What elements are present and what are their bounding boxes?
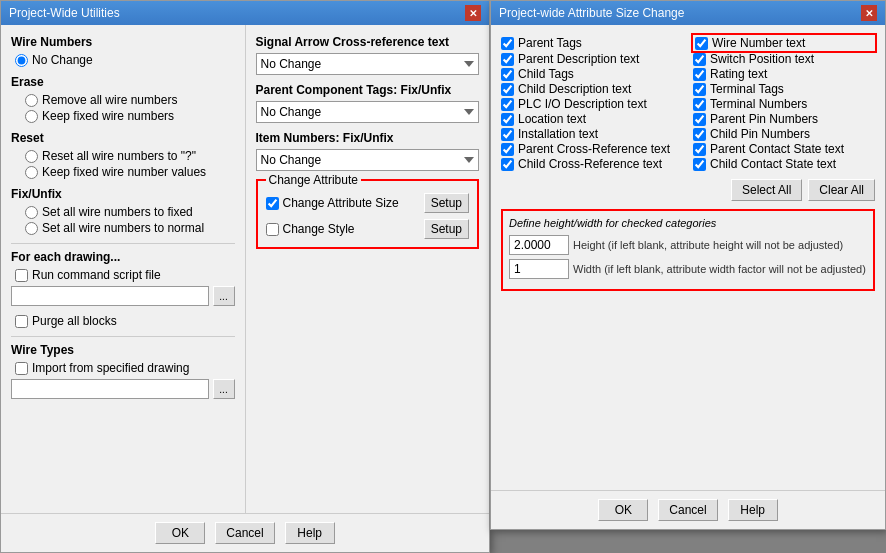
left-dialog-close-button[interactable]: ✕ bbox=[465, 5, 481, 21]
parent-tags-item: Parent Tags bbox=[501, 35, 683, 51]
child-desc-label: Child Description text bbox=[518, 82, 631, 96]
terminal-tags-item: Terminal Tags bbox=[693, 82, 875, 96]
change-style-label: Change Style bbox=[283, 222, 355, 236]
left-cancel-button[interactable]: Cancel bbox=[215, 522, 274, 544]
child-contact-item: Child Contact State text bbox=[693, 157, 875, 171]
terminal-numbers-item: Terminal Numbers bbox=[693, 97, 875, 111]
set-fixed-radio[interactable] bbox=[25, 206, 38, 219]
child-pin-label: Child Pin Numbers bbox=[710, 127, 810, 141]
import-drawing-label: Import from specified drawing bbox=[32, 361, 189, 375]
installation-label: Installation text bbox=[518, 127, 598, 141]
parent-contact-item: Parent Contact State text bbox=[693, 142, 875, 156]
no-change-radio[interactable] bbox=[15, 54, 28, 67]
right-help-button[interactable]: Help bbox=[728, 499, 778, 521]
right-ok-button[interactable]: OK bbox=[598, 499, 648, 521]
erase-label: Erase bbox=[11, 75, 235, 89]
parent-contact-label: Parent Contact State text bbox=[710, 142, 844, 156]
child-desc-checkbox[interactable] bbox=[501, 83, 514, 96]
width-row: Width (if left blank, attribute width fa… bbox=[509, 259, 867, 279]
clear-all-button[interactable]: Clear All bbox=[808, 179, 875, 201]
rating-label: Rating text bbox=[710, 67, 767, 81]
child-contact-checkbox[interactable] bbox=[693, 158, 706, 171]
parent-component-combo[interactable]: No Change bbox=[256, 101, 480, 123]
setup-style-button[interactable]: Setup bbox=[424, 219, 469, 239]
left-help-button[interactable]: Help bbox=[285, 522, 335, 544]
terminal-numbers-checkbox[interactable] bbox=[693, 98, 706, 111]
select-clear-row: Select All Clear All bbox=[501, 179, 875, 201]
left-ok-button[interactable]: OK bbox=[155, 522, 205, 544]
signal-arrow-combo[interactable]: No Change bbox=[256, 53, 480, 75]
parent-pin-checkbox[interactable] bbox=[693, 113, 706, 126]
hw-section-label: Define height/width for checked categori… bbox=[509, 217, 867, 229]
change-attribute-groupbox: Change Attribute Change Attribute Size S… bbox=[256, 179, 480, 249]
wire-number-checkbox[interactable] bbox=[695, 37, 708, 50]
parent-desc-checkbox[interactable] bbox=[501, 53, 514, 66]
run-script-checkbox[interactable] bbox=[15, 269, 28, 282]
parent-desc-label: Parent Description text bbox=[518, 52, 639, 66]
child-xref-label: Child Cross-Reference text bbox=[518, 157, 662, 171]
import-drawing-checkbox[interactable] bbox=[15, 362, 28, 375]
right-dialog: Project-wide Attribute Size Change ✕ Par… bbox=[490, 0, 886, 530]
height-label: Height (if left blank, attribute height … bbox=[573, 239, 843, 251]
item-numbers-combo[interactable]: No Change bbox=[256, 149, 480, 171]
wire-types-file-input[interactable] bbox=[11, 379, 209, 399]
script-browse-button[interactable]: ... bbox=[213, 286, 235, 306]
for-each-label: For each drawing... bbox=[11, 250, 235, 264]
reset-q-radio[interactable] bbox=[25, 150, 38, 163]
purge-blocks-checkbox[interactable] bbox=[15, 315, 28, 328]
select-all-button[interactable]: Select All bbox=[731, 179, 802, 201]
plc-io-checkbox[interactable] bbox=[501, 98, 514, 111]
height-input[interactable] bbox=[509, 235, 569, 255]
width-label: Width (if left blank, attribute width fa… bbox=[573, 263, 866, 275]
wire-types-browse-button[interactable]: ... bbox=[213, 379, 235, 399]
wire-number-label: Wire Number text bbox=[712, 36, 805, 50]
signal-arrow-label: Signal Arrow Cross-reference text bbox=[256, 35, 480, 49]
location-item: Location text bbox=[501, 112, 683, 126]
height-row: Height (if left blank, attribute height … bbox=[509, 235, 867, 255]
wire-number-item: Wire Number text bbox=[693, 35, 875, 51]
installation-item: Installation text bbox=[501, 127, 683, 141]
child-xref-checkbox[interactable] bbox=[501, 158, 514, 171]
installation-checkbox[interactable] bbox=[501, 128, 514, 141]
child-tags-checkbox[interactable] bbox=[501, 68, 514, 81]
set-fixed-label: Set all wire numbers to fixed bbox=[42, 205, 193, 219]
right-dialog-titlebar: Project-wide Attribute Size Change ✕ bbox=[491, 1, 885, 25]
parent-contact-checkbox[interactable] bbox=[693, 143, 706, 156]
run-script-label: Run command script file bbox=[32, 268, 161, 282]
height-width-section: Define height/width for checked categori… bbox=[501, 209, 875, 291]
change-style-checkbox[interactable] bbox=[266, 223, 279, 236]
location-checkbox[interactable] bbox=[501, 113, 514, 126]
plc-io-label: PLC I/O Description text bbox=[518, 97, 647, 111]
switch-pos-checkbox[interactable] bbox=[693, 53, 706, 66]
terminal-tags-checkbox[interactable] bbox=[693, 83, 706, 96]
parent-xref-checkbox[interactable] bbox=[501, 143, 514, 156]
left-dialog: Project-Wide Utilities ✕ Wire Numbers No… bbox=[0, 0, 490, 553]
child-pin-checkbox[interactable] bbox=[693, 128, 706, 141]
wire-types-label: Wire Types bbox=[11, 343, 235, 357]
parent-desc-item: Parent Description text bbox=[501, 52, 683, 66]
child-contact-label: Child Contact State text bbox=[710, 157, 836, 171]
left-dialog-title: Project-Wide Utilities bbox=[9, 6, 120, 20]
script-file-input[interactable] bbox=[11, 286, 209, 306]
set-normal-label: Set all wire numbers to normal bbox=[42, 221, 204, 235]
width-input[interactable] bbox=[509, 259, 569, 279]
keep-fixed-vals-radio[interactable] bbox=[25, 166, 38, 179]
change-attribute-title: Change Attribute bbox=[266, 173, 361, 187]
right-dialog-close-button[interactable]: ✕ bbox=[861, 5, 877, 21]
setup-size-button[interactable]: Setup bbox=[424, 193, 469, 213]
set-normal-radio[interactable] bbox=[25, 222, 38, 235]
keep-fixed-vals-label: Keep fixed wire number values bbox=[42, 165, 206, 179]
child-tags-label: Child Tags bbox=[518, 67, 574, 81]
change-size-checkbox[interactable] bbox=[266, 197, 279, 210]
no-change-label: No Change bbox=[32, 53, 93, 67]
remove-all-label: Remove all wire numbers bbox=[42, 93, 177, 107]
terminal-tags-label: Terminal Tags bbox=[710, 82, 784, 96]
remove-all-radio[interactable] bbox=[25, 94, 38, 107]
reset-label: Reset bbox=[11, 131, 235, 145]
rating-checkbox[interactable] bbox=[693, 68, 706, 81]
terminal-numbers-label: Terminal Numbers bbox=[710, 97, 807, 111]
parent-component-label: Parent Component Tags: Fix/Unfix bbox=[256, 83, 480, 97]
right-cancel-button[interactable]: Cancel bbox=[658, 499, 717, 521]
parent-tags-checkbox[interactable] bbox=[501, 37, 514, 50]
keep-fixed-radio[interactable] bbox=[25, 110, 38, 123]
